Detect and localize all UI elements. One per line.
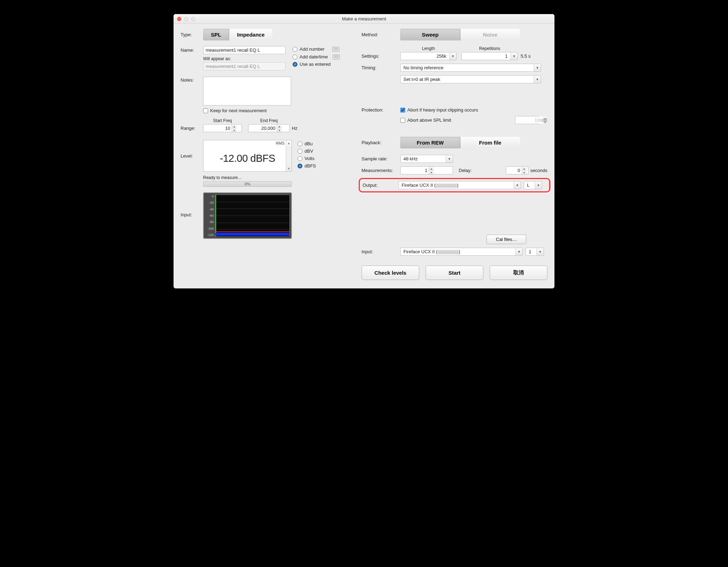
status-text: Ready to measure… <box>203 175 292 180</box>
chevron-down-icon: ▼ <box>515 248 522 255</box>
chevron-down-icon: ▼ <box>446 155 453 163</box>
end-freq-head: End Freq <box>248 118 290 123</box>
measurements-stepper[interactable]: ▲▼ <box>429 167 434 174</box>
sample-rate-label: Sample rate: <box>362 156 400 161</box>
spl-limit-input <box>515 116 544 124</box>
abort-spl-checkbox[interactable] <box>400 118 405 123</box>
output-channel-combo[interactable]: L ▼ <box>524 181 542 189</box>
name-input[interactable] <box>203 46 285 54</box>
dbu-radio[interactable] <box>297 141 302 146</box>
timing-label: Timing: <box>362 65 400 70</box>
type-impedance-button[interactable]: Impedance <box>229 29 272 40</box>
delay-stepper[interactable]: ▲▼ <box>522 167 527 174</box>
volts-label: Volts <box>305 156 314 161</box>
delay-input[interactable] <box>506 167 522 174</box>
timing-combo[interactable]: No timing reference ▼ <box>400 64 541 72</box>
titlebar: Make a measurement <box>174 14 554 24</box>
start-button[interactable]: Start <box>426 266 483 280</box>
input-channel-value: 1 <box>526 248 536 255</box>
output-device-value: Fireface UCX II () <box>399 181 514 189</box>
playback-segment: From REW From file <box>400 137 520 148</box>
chevron-down-icon: ▼ <box>534 64 541 71</box>
output-channel-value: L <box>524 181 535 189</box>
reps-value: 1 <box>462 52 510 60</box>
list-icon[interactable] <box>332 47 339 52</box>
keep-next-label: Keep for next measurement <box>210 108 266 113</box>
y-6: -120 <box>205 233 214 237</box>
keep-next-checkbox[interactable] <box>203 108 208 113</box>
add-number-label: Add number <box>300 46 325 52</box>
notes-textarea[interactable] <box>203 77 291 106</box>
trace-red <box>215 231 289 232</box>
range-label: Range: <box>181 126 203 131</box>
add-date-radio[interactable] <box>293 55 297 59</box>
level-scrollbar[interactable]: ▲ ▼ <box>286 140 291 171</box>
type-spl-button[interactable]: SPL <box>203 29 229 40</box>
measurements-label: Measurements: <box>362 168 400 173</box>
add-number-radio[interactable] <box>293 47 297 52</box>
y-1: -20 <box>205 201 214 204</box>
input-graph: 0 -20 -40 -60 -80 -100 -120 <box>203 192 292 239</box>
check-levels-button[interactable]: Check levels <box>362 266 419 280</box>
y-5: -100 <box>205 227 214 230</box>
input-device-label: Input: <box>362 249 400 254</box>
playback-file-button[interactable]: From file <box>460 137 520 148</box>
seconds-label: seconds <box>531 168 547 173</box>
start-freq-input[interactable] <box>203 125 232 132</box>
cursor-line <box>215 195 216 236</box>
end-freq-input[interactable] <box>249 125 277 132</box>
add-date-label: Add date/time <box>300 54 328 59</box>
appear-as-field: measurement1 recall EQ L <box>203 62 285 70</box>
y-2: -40 <box>205 208 214 211</box>
sample-rate-combo[interactable]: 48 kHz ▼ <box>400 155 453 163</box>
start-freq-head: Start Freq <box>203 118 242 123</box>
rms-label: RMS <box>203 140 291 145</box>
progress-pct: 0% <box>245 182 250 186</box>
method-sweep-button[interactable]: Sweep <box>400 29 460 40</box>
level-value: -12.00 dBFS <box>203 145 291 171</box>
graph-plot <box>215 195 290 237</box>
list-icon-2[interactable] <box>333 55 340 59</box>
method-segment: Sweep Noise <box>400 29 520 40</box>
length-combo[interactable]: 256k ▼ <box>400 52 457 60</box>
measurements-input[interactable] <box>401 167 429 174</box>
use-entered-label: Use as entered <box>300 62 331 67</box>
output-label: Output: <box>363 183 398 188</box>
cancel-button[interactable]: 取消 <box>490 266 547 280</box>
chevron-down-icon: ▼ <box>534 76 541 83</box>
delay-label: Delay: <box>459 168 472 173</box>
chevron-up-icon: ▲ <box>286 140 291 146</box>
sample-rate-value: 48 kHz <box>401 155 446 163</box>
type-segment: SPL Impedance <box>203 29 272 40</box>
chevron-down-icon: ▼ <box>510 52 517 60</box>
reps-head: Repetitions <box>462 46 518 51</box>
playback-rew-button[interactable]: From REW <box>400 137 460 148</box>
cal-files-button[interactable]: Cal files… <box>487 235 526 244</box>
input-device-combo[interactable]: Fireface UCX II () ▼ <box>400 248 523 256</box>
method-noise-button[interactable]: Noise <box>460 29 520 40</box>
chevron-down-icon: ▼ <box>536 248 544 255</box>
reps-combo[interactable]: 1 ▼ <box>462 52 518 60</box>
output-device-combo[interactable]: Fireface UCX II () ▼ <box>398 181 521 189</box>
chevron-down-icon: ▼ <box>286 166 291 171</box>
volts-radio[interactable] <box>297 156 302 161</box>
chevron-down-icon: ▼ <box>514 181 521 189</box>
settings-label: Settings: <box>362 53 400 59</box>
abort-clip-checkbox[interactable] <box>400 108 405 113</box>
dbv-label: dBV <box>305 148 313 154</box>
t0-combo[interactable]: Set t=0 at IR peak ▼ <box>400 75 541 83</box>
y-4: -80 <box>205 220 214 224</box>
length-value: 256k <box>401 52 449 60</box>
dbfs-radio[interactable] <box>297 164 302 168</box>
end-freq-stepper[interactable]: ▲▼ <box>277 125 282 132</box>
input-channel-combo[interactable]: 1 ▼ <box>526 248 544 256</box>
dbv-radio[interactable] <box>297 149 302 154</box>
protection-label: Protection: <box>362 107 400 113</box>
db-label: dB <box>542 117 547 123</box>
duration-label: 5.5 s <box>521 53 531 59</box>
start-freq-stepper[interactable]: ▲▼ <box>232 125 237 132</box>
level-display: RMS -12.00 dBFS ▲ ▼ <box>203 140 292 172</box>
use-entered-radio[interactable] <box>293 62 297 67</box>
type-label: Type: <box>181 32 203 37</box>
measurement-window: Make a measurement Type: SPL Impedance N… <box>174 14 554 288</box>
